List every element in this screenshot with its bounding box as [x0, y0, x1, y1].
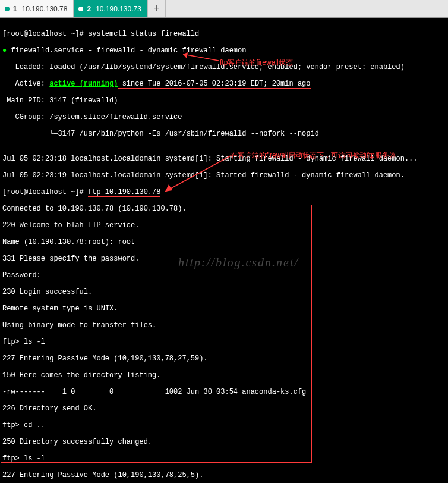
new-tab-button[interactable]: +: [148, 0, 166, 17]
tab-label: 10.190.130.78: [22, 5, 68, 13]
shell-prompt: [root@localhost ~]#: [2, 30, 88, 38]
output-line: Loaded: loaded (/usr/lib/systemd/system/…: [2, 63, 446, 71]
arrow-icon: [160, 155, 232, 196]
tab-label: 10.190.130.73: [96, 5, 141, 13]
output-line: Main PID: 3147 (firewalld): [2, 96, 446, 105]
status-dot-icon: [5, 7, 10, 11]
shell-prompt: [root@localhost ~]#: [2, 188, 88, 196]
tab-2[interactable]: 2 10.190.130.73: [74, 0, 147, 17]
terminal[interactable]: [root@localhost ~]# systemctl status fir…: [0, 18, 448, 483]
watermark: http://blog.csdn.net/: [178, 258, 299, 266]
tab-number: 2: [87, 5, 91, 13]
svg-line-2: [165, 156, 231, 192]
plus-icon: +: [153, 3, 160, 15]
highlight-box: [1, 205, 312, 463]
tab-1[interactable]: 1 10.190.130.78: [0, 0, 74, 17]
command: systemctl status firewalld: [88, 30, 199, 38]
svg-line-0: [183, 54, 219, 61]
output-line: 227 Entering Passive Mode (10,190,130,78…: [2, 471, 446, 479]
command: ftp 10.190.130.78: [88, 188, 160, 197]
tab-number: 1: [13, 5, 17, 13]
arrow-icon: [178, 52, 220, 65]
output-line: Active:: [2, 80, 49, 88]
output-line: since Tue 2016-07-05 02:23:19 EDT; 20min…: [118, 80, 310, 89]
svg-marker-1: [183, 52, 188, 58]
active-status: active (running): [49, 80, 118, 88]
output-line: CGroup: /system.slice/firewalld.service: [2, 113, 446, 121]
status-dot-icon: [78, 7, 83, 11]
output-line: └─3147 /usr/bin/python -Es /usr/sbin/fir…: [2, 130, 446, 138]
tab-bar: 1 10.190.130.78 2 10.190.130.73 +: [0, 0, 448, 18]
